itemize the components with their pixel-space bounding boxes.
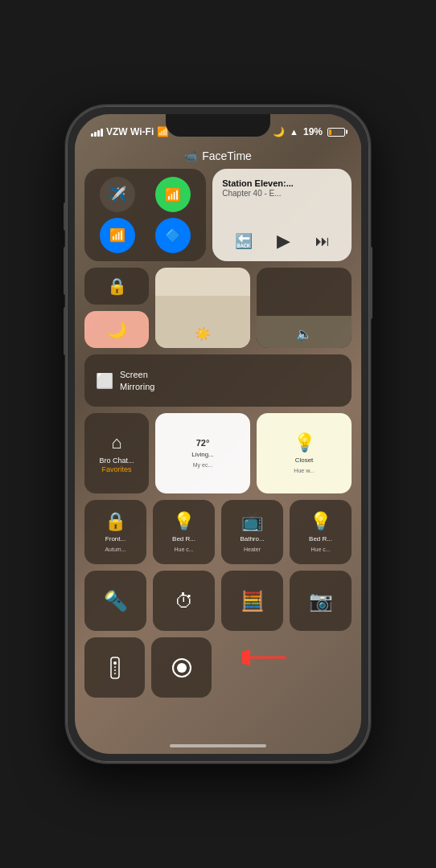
row-remote-record: [84, 637, 352, 698]
signal-bar-3: [97, 130, 100, 137]
row-connectivity-nowplaying: ✈️ 📶 📶: [84, 169, 352, 261]
flashlight-button[interactable]: 🔦: [84, 571, 146, 631]
timer-button[interactable]: ⏱: [153, 571, 215, 631]
carrier-label: VZW Wi-Fi: [106, 126, 154, 137]
volume-down-button[interactable]: [64, 307, 67, 355]
bathroom-sublabel: Heater: [244, 547, 261, 553]
bulb2-icon: 💡: [310, 511, 331, 532]
power-button[interactable]: [369, 247, 372, 319]
facetime-video-icon: 📹: [184, 150, 197, 162]
bed-r1-accessory-button[interactable]: 💡 Bed R... Hue c...: [153, 500, 215, 564]
home-label: Bro Chat...Favorites: [99, 457, 134, 474]
remote-button[interactable]: [84, 637, 145, 698]
brightness-icon: ☀️: [195, 326, 211, 342]
status-left: VZW Wi-Fi 📶: [91, 126, 169, 137]
bluetooth-button[interactable]: 🔷: [146, 216, 200, 256]
screen-record-button[interactable]: [151, 637, 212, 698]
accessories-row: 72° Living... My ec... 💡 Closet Hue w...: [155, 413, 352, 493]
bluetooth-icon-container: 🔷: [155, 218, 191, 253]
screen-record-icon: [171, 657, 192, 678]
bed-r2-label: Bed R...: [309, 535, 332, 543]
battery-icon: [327, 128, 345, 137]
screen-mirroring-icon: ⬜: [96, 372, 113, 390]
front-accessory-button[interactable]: 🔒 Front... Autum...: [84, 500, 146, 564]
home-sublabel: Favorites: [101, 465, 131, 473]
screen-mirroring-button[interactable]: ⬜ ScreenMirroring: [84, 354, 352, 407]
bed-r1-label: Bed R...: [172, 535, 195, 543]
volume-icon: 🔈: [296, 326, 312, 342]
svg-point-6: [177, 663, 187, 673]
row-screen-mirroring: ⬜ ScreenMirroring: [84, 354, 352, 407]
facetime-text: FaceTime: [202, 149, 252, 162]
cellular-icon-container: 📶: [155, 177, 191, 212]
airplane-mode-button[interactable]: ✈️: [91, 175, 145, 215]
wifi-icon-container: 📶: [100, 218, 135, 253]
battery-fill: [329, 129, 331, 135]
screen-mirroring-label: ScreenMirroring: [120, 369, 154, 392]
signal-bar-4: [101, 129, 103, 137]
wifi-icon: 📶: [109, 227, 125, 243]
notch: [166, 114, 270, 137]
home-icon: ⌂: [111, 432, 121, 453]
closet-hue-button[interactable]: 💡 Closet Hue w...: [257, 413, 352, 493]
connectivity-block: ✈️ 📶 📶: [84, 169, 206, 261]
red-arrow: [242, 645, 290, 669]
bed-r2-sublabel: Hue c...: [311, 547, 330, 553]
bed-r1-sublabel: Hue c...: [174, 547, 193, 553]
bluetooth-icon: 🔷: [165, 227, 181, 243]
home-indicator: [170, 744, 266, 747]
heater-icon: 📺: [241, 511, 263, 532]
timer-icon: ⏱: [175, 590, 194, 612]
brightness-slider[interactable]: ☀️: [155, 268, 250, 348]
calculator-button[interactable]: 🧮: [221, 571, 283, 631]
rotation-lock-button[interactable]: 🔒: [84, 268, 149, 305]
now-playing-title: Station Eleven:... Chapter 40 - E...: [222, 178, 342, 198]
home-button[interactable]: ⌂ Bro Chat...Favorites: [84, 413, 149, 493]
signal-bar-2: [94, 132, 97, 137]
row-small-accessories: 🔒 Front... Autum... 💡 Bed R... Hue c... …: [84, 500, 352, 564]
row-utilities: 🔦 ⏱ 🧮 📷: [84, 571, 352, 631]
bed-r2-accessory-button[interactable]: 💡 Bed R... Hue c...: [290, 500, 352, 564]
cellular-button[interactable]: 📶: [146, 175, 200, 215]
battery-percent: 19%: [303, 126, 323, 137]
living-accessory-button[interactable]: 72° Living... My ec...: [155, 413, 250, 493]
camera-button[interactable]: 📷: [290, 571, 352, 631]
do-not-disturb-icon: 🌙: [107, 320, 127, 339]
volume-up-button[interactable]: [64, 247, 67, 295]
front-label: Front...: [105, 535, 125, 543]
airplane-icon-container: ✈️: [100, 177, 135, 212]
signal-bar-1: [91, 133, 93, 137]
volume-slider[interactable]: 🔈: [257, 268, 352, 348]
lock-icon: 🔒: [105, 511, 126, 532]
living-label: Living...: [191, 451, 214, 459]
calculator-icon: 🧮: [241, 590, 265, 612]
front-sublabel: Autum...: [105, 547, 125, 553]
status-right: 🌙 ▲ 19%: [273, 126, 345, 137]
moon-icon: 🌙: [273, 126, 285, 137]
phone-frame: VZW Wi-Fi 📶 🌙 ▲ 19% 📹 FaceTime: [65, 104, 371, 764]
play-button[interactable]: ▶: [277, 231, 290, 252]
closet-hue-label: Closet: [295, 457, 314, 465]
wifi-button[interactable]: 📶: [91, 216, 145, 256]
lightbulb-icon: 💡: [294, 432, 315, 453]
signal-bars: [91, 127, 103, 137]
control-center: ✈️ 📶 📶: [84, 169, 352, 730]
airplane-icon: ✈️: [109, 186, 126, 203]
now-playing-controls: 🔙 ▶ ⏭: [222, 231, 342, 252]
skip-back-button[interactable]: 🔙: [235, 232, 253, 250]
bathroom-accessory-button[interactable]: 📺 Bathro... Heater: [221, 500, 283, 564]
row-sliders: 🔒 🌙 ☀️ 🔈: [84, 268, 352, 348]
svg-point-1: [113, 661, 117, 665]
camera-icon: 📷: [309, 590, 333, 612]
bathroom-label: Bathro...: [240, 535, 264, 543]
skip-forward-button[interactable]: ⏭: [315, 233, 330, 250]
remote-icon: [105, 657, 125, 679]
closet-hue-sublabel: Hue w...: [294, 468, 314, 474]
small-buttons-group: 🔒 🌙: [84, 268, 149, 348]
bulb1-icon: 💡: [173, 511, 195, 532]
living-sublabel: My ec...: [193, 462, 213, 469]
do-not-disturb-button[interactable]: 🌙: [84, 311, 149, 348]
facetime-banner[interactable]: 📹 FaceTime: [184, 149, 252, 162]
flashlight-icon: 🔦: [104, 590, 128, 612]
row-home-accessories: ⌂ Bro Chat...Favorites 72° Living... My …: [84, 413, 352, 493]
